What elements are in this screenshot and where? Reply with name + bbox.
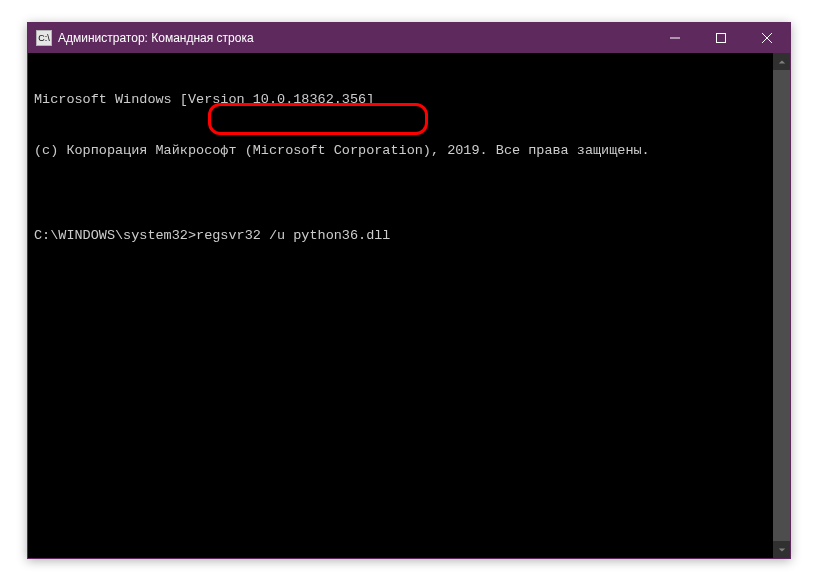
chevron-up-icon [778, 58, 786, 66]
terminal-line: Microsoft Windows [Version 10.0.18362.35… [34, 91, 784, 108]
scroll-thumb[interactable] [773, 70, 790, 541]
titlebar[interactable]: C:\ Администратор: Командная строка [28, 23, 790, 53]
scroll-up-button[interactable] [773, 53, 790, 70]
minimize-icon [670, 33, 680, 43]
scroll-track[interactable] [773, 70, 790, 541]
chevron-down-icon [778, 546, 786, 554]
minimize-button[interactable] [652, 23, 698, 53]
window-title: Администратор: Командная строка [58, 31, 652, 45]
maximize-button[interactable] [698, 23, 744, 53]
scroll-down-button[interactable] [773, 541, 790, 558]
window-controls [652, 23, 790, 53]
cmd-window: C:\ Администратор: Командная строка Micr… [27, 22, 791, 559]
svg-rect-1 [717, 34, 726, 43]
close-button[interactable] [744, 23, 790, 53]
terminal-line: C:\WINDOWS\system32>regsvr32 /u python36… [34, 227, 784, 244]
terminal-output[interactable]: Microsoft Windows [Version 10.0.18362.35… [28, 53, 790, 558]
maximize-icon [716, 33, 726, 43]
terminal-line: (c) Корпорация Майкрософт (Microsoft Cor… [34, 142, 784, 159]
close-icon [762, 33, 772, 43]
cmd-icon: C:\ [36, 30, 52, 46]
vertical-scrollbar[interactable] [773, 53, 790, 558]
